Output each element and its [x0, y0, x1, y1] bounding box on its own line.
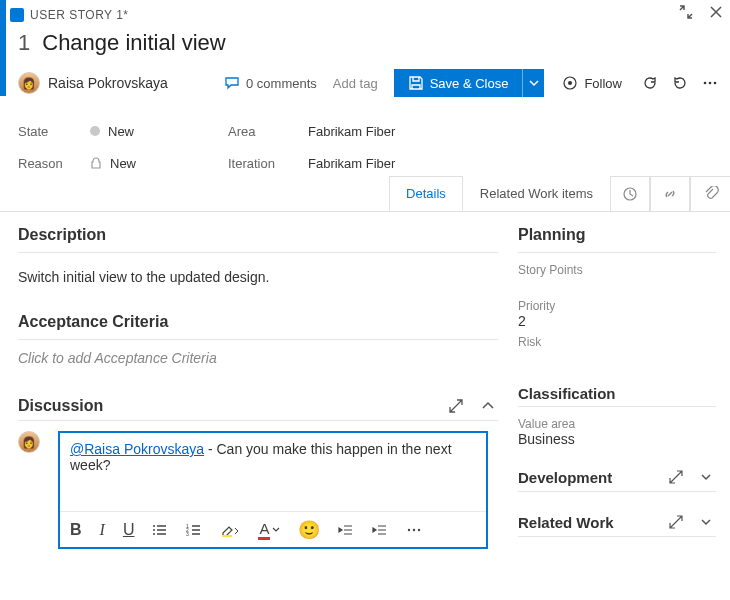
- description-body[interactable]: Switch initial view to the updated desig…: [18, 263, 498, 309]
- priority-value[interactable]: 2: [518, 313, 716, 329]
- svg-point-1: [568, 81, 572, 85]
- development-title: Development: [518, 469, 612, 486]
- workitem-id: 1: [18, 30, 30, 56]
- svg-point-4: [714, 82, 717, 85]
- tabs-bar: Details Related Work items: [0, 176, 730, 212]
- titlebar: USER STORY 1*: [10, 4, 720, 26]
- state-dot-icon: [90, 126, 100, 136]
- underline-icon[interactable]: U: [123, 521, 135, 539]
- lock-icon: [90, 157, 102, 169]
- save-close-split[interactable]: [522, 69, 544, 97]
- svg-text:3: 3: [186, 531, 189, 537]
- svg-point-13: [408, 528, 410, 530]
- tab-details[interactable]: Details: [389, 176, 463, 211]
- development-chevron-icon[interactable]: [696, 467, 716, 487]
- area-label: Area: [228, 124, 308, 139]
- comment-editor[interactable]: @Raisa Pokrovskaya - Can you make this h…: [58, 431, 488, 549]
- story-points-value[interactable]: [518, 277, 716, 293]
- follow-label: Follow: [584, 76, 622, 91]
- emoji-icon[interactable]: 🙂: [298, 519, 320, 541]
- acceptance-placeholder[interactable]: Click to add Acceptance Criteria: [18, 350, 498, 366]
- workitem-type-text: USER STORY 1*: [30, 8, 129, 22]
- svg-rect-12: [222, 535, 232, 537]
- story-points-label: Story Points: [518, 263, 716, 277]
- svg-point-15: [418, 528, 420, 530]
- planning-title: Planning: [518, 226, 716, 244]
- workitem-title[interactable]: Change initial view: [42, 30, 225, 56]
- iteration-label: Iteration: [228, 156, 308, 171]
- svg-point-3: [709, 82, 712, 85]
- acceptance-title: Acceptance Criteria: [18, 313, 498, 331]
- save-close-label: Save & Close: [430, 76, 509, 91]
- highlight-icon[interactable]: [220, 522, 240, 538]
- area-value[interactable]: Fabrikam Fiber: [308, 124, 395, 139]
- svg-point-7: [153, 529, 155, 531]
- state-label: State: [18, 124, 90, 139]
- outdent-icon[interactable]: [338, 522, 354, 538]
- toolbar-more-icon[interactable]: [406, 522, 422, 538]
- bullet-list-icon[interactable]: [152, 522, 168, 538]
- follow-button[interactable]: Follow: [554, 75, 630, 91]
- save-close-button[interactable]: Save & Close: [394, 69, 523, 97]
- reason-label: Reason: [18, 156, 90, 171]
- svg-point-14: [413, 528, 415, 530]
- development-expand-icon[interactable]: [666, 467, 686, 487]
- avatar[interactable]: 👩: [18, 72, 40, 94]
- discussion-expand-icon[interactable]: [446, 396, 466, 416]
- indent-icon[interactable]: [372, 522, 388, 538]
- reason-value[interactable]: New: [110, 156, 136, 171]
- font-color-icon[interactable]: A: [258, 520, 280, 540]
- comment-avatar: 👩: [18, 431, 40, 453]
- svg-point-6: [153, 525, 155, 527]
- discussion-title: Discussion: [18, 397, 103, 415]
- related-expand-icon[interactable]: [666, 512, 686, 532]
- add-tag-button[interactable]: Add tag: [327, 72, 384, 95]
- assigned-to[interactable]: Raisa Pokrovskaya: [48, 75, 168, 91]
- value-area-label: Value area: [518, 417, 716, 431]
- refresh-icon[interactable]: [640, 73, 660, 93]
- more-icon[interactable]: [700, 73, 720, 93]
- value-area-value[interactable]: Business: [518, 431, 716, 447]
- tab-related[interactable]: Related Work items: [463, 176, 610, 211]
- italic-icon[interactable]: I: [100, 521, 105, 539]
- comments-label: 0 comments: [246, 76, 317, 91]
- svg-point-8: [153, 533, 155, 535]
- risk-value[interactable]: [518, 349, 716, 365]
- related-work-title: Related Work: [518, 514, 614, 531]
- tab-attachments-icon[interactable]: [690, 176, 730, 211]
- iteration-value[interactable]: Fabrikam Fiber: [308, 156, 395, 171]
- tab-links-icon[interactable]: [650, 176, 690, 211]
- related-chevron-icon[interactable]: [696, 512, 716, 532]
- collapse-icon[interactable]: [676, 2, 696, 22]
- svg-point-2: [704, 82, 707, 85]
- bold-icon[interactable]: B: [70, 521, 82, 539]
- priority-label: Priority: [518, 299, 716, 313]
- comment-mention[interactable]: @Raisa Pokrovskaya: [70, 441, 204, 457]
- description-title: Description: [18, 226, 498, 244]
- workitem-type-icon: [10, 8, 24, 22]
- numbered-list-icon[interactable]: 123: [186, 522, 202, 538]
- state-value[interactable]: New: [108, 124, 134, 139]
- risk-label: Risk: [518, 335, 716, 349]
- comments-count[interactable]: 0 comments: [224, 75, 317, 91]
- editor-toolbar: B I U 123 A 🙂: [60, 511, 486, 547]
- close-icon[interactable]: [706, 2, 726, 22]
- discussion-collapse-icon[interactable]: [478, 396, 498, 416]
- tab-history-icon[interactable]: [610, 176, 650, 211]
- undo-icon[interactable]: [670, 73, 690, 93]
- classification-title: Classification: [518, 385, 716, 402]
